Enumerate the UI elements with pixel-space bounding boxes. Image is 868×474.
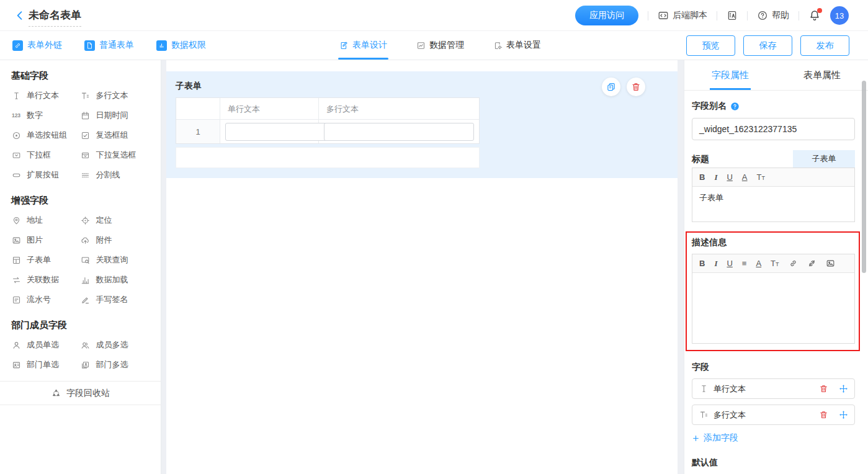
format-fontsize-icon[interactable]: TT [757,173,765,181]
tab-label: 表单设置 [506,40,541,51]
divider [747,11,748,20]
form-external-link-button[interactable]: 表单外链 [12,40,62,51]
active-tab-underline [710,88,751,90]
help-circle-icon[interactable] [730,102,740,111]
text-icon [699,384,709,393]
number-icon: 123 [11,112,21,118]
palette-item-signature[interactable]: 手写签名 [81,290,150,310]
tab-field-properties[interactable]: 字段属性 [684,60,776,90]
palette-item-select[interactable]: 下拉框 [11,145,81,165]
tab-form-properties[interactable]: 表单属性 [776,60,868,90]
delete-subfield-button[interactable] [818,384,828,393]
delete-widget-button[interactable] [627,78,645,96]
back-button[interactable] [14,9,26,22]
title-section-header: 标题 子表单 [692,150,855,168]
palette-item-dataload[interactable]: 数据加载 [81,270,150,290]
form-title[interactable]: 未命名表单 [29,8,81,27]
delete-subfield-button[interactable] [818,410,828,419]
palette-item-multiselect[interactable]: 下拉复选框 [81,145,150,165]
format-image-icon[interactable] [826,259,835,268]
palette-item-number[interactable]: 123数字 [11,105,81,125]
user-icon [11,341,21,350]
tab-data-manage[interactable]: 数据管理 [416,31,464,60]
notifications-button[interactable] [808,9,821,22]
recycle-icon [51,388,61,398]
normal-form-button[interactable]: 普通表单 [84,40,134,51]
field-recycle-bin[interactable]: 字段回收站 [0,381,161,405]
palette-item-dept[interactable]: 部门单选 [11,355,81,375]
checkbox-icon [81,131,91,140]
attachment-icon [81,236,91,245]
palette-grid: 地址定位图片附件子表单关联查询关联数据数据加载流水号手写签名 [11,210,150,310]
header-actions: 应用访问 后端脚本 帮助 13 [575,0,849,31]
format-link-icon[interactable] [789,259,798,268]
location-icon [81,216,91,225]
format-underline-icon[interactable]: U [727,259,732,267]
help-button[interactable]: 帮助 [757,10,789,21]
publish-button[interactable]: 发布 [800,35,849,56]
palette-item-label: 多行文本 [96,90,128,101]
subform-cell [319,120,479,143]
app-access-button[interactable]: 应用访问 [575,6,638,25]
palette-section-title: 增强字段 [11,195,150,207]
format-italic-icon[interactable]: I [714,259,717,267]
subform-widget[interactable]: 子表单 单行文本多行文本 1 [166,71,678,178]
dataload-icon [81,275,91,285]
copy-widget-button[interactable] [602,78,620,96]
palette-item-datetime[interactable]: 日期时间 [81,105,150,125]
palette-item-textarea[interactable]: 多行文本 [81,86,150,105]
palette-item-location[interactable]: 定位 [81,210,150,230]
properties-body: 字段别名 _widget_1623122377135 标题 子表单 BIUATT… [684,91,868,474]
palette-item-linkquery[interactable]: 关联查询 [81,250,150,270]
subfield-row-textarea: 多行文本 [692,405,855,425]
title-editor-content[interactable]: 子表单 [692,187,854,221]
tab-form-settings[interactable]: 表单设置 [493,31,541,60]
format-color-icon[interactable]: A [756,259,761,267]
add-field-button[interactable]: 添加字段 [692,432,855,444]
format-fontsize-icon[interactable]: TT [771,259,779,267]
palette-item-radio[interactable]: 单选按钮组 [11,125,81,145]
api-docs-icon[interactable] [727,10,738,21]
format-bold-icon[interactable]: B [699,173,705,181]
format-unlink-icon[interactable] [807,259,817,268]
move-subfield-handle[interactable] [838,384,848,393]
backend-script-button[interactable]: 后端脚本 [658,10,707,21]
app-header: 未命名表单 应用访问 后端脚本 帮助 13 [0,0,868,31]
subform-add-row-area[interactable] [176,147,480,168]
palette-item-serial[interactable]: 流水号 [11,290,81,310]
field-alias-input[interactable]: _widget_1623122377135 [692,118,855,140]
format-italic-icon[interactable]: I [714,173,717,181]
users-icon [81,341,91,350]
palette-item-users[interactable]: 成员多选 [81,335,150,355]
palette-item-label: 地址 [27,215,43,226]
format-align-icon[interactable]: ≡ [742,259,747,267]
palette-item-linkdata[interactable]: 关联数据 [11,270,81,290]
palette-item-depts[interactable]: 部门多选 [81,355,150,375]
palette-item-user[interactable]: 成员单选 [11,335,81,355]
palette-item-text[interactable]: 单行文本 [11,86,81,105]
save-button[interactable]: 保存 [743,35,792,56]
panel-scrollbar[interactable] [862,81,866,273]
palette-item-label: 复选框组 [96,130,128,141]
palette-item-checkbox[interactable]: 复选框组 [81,125,150,145]
format-underline-icon[interactable]: U [727,173,732,181]
palette-item-image[interactable]: 图片 [11,230,81,250]
subform-cell-input[interactable] [324,123,474,141]
divider-icon [81,171,91,180]
format-bold-icon[interactable]: B [699,259,705,267]
data-permission-button[interactable]: 数据权限 [156,40,206,51]
description-editor-toolbar: BIU≡ATT [692,254,854,273]
preview-button[interactable]: 预览 [686,35,735,56]
form-sheet[interactable]: 子表单 单行文本多行文本 1 [166,60,678,474]
tab-form-design[interactable]: 表单设计 [339,31,387,60]
move-subfield-handle[interactable] [838,410,848,419]
palette-item-divider[interactable]: 分割线 [81,165,150,185]
user-avatar[interactable]: 13 [830,6,849,25]
palette-item-extbutton[interactable]: 扩展按钮 [11,165,81,185]
palette-item-subform[interactable]: 子表单 [11,250,81,270]
format-color-icon[interactable]: A [742,173,748,181]
palette-item-attachment[interactable]: 附件 [81,230,150,250]
toolbar-item-label: 普通表单 [99,40,134,51]
palette-item-address[interactable]: 地址 [11,210,81,230]
description-editor-content[interactable] [692,273,854,343]
